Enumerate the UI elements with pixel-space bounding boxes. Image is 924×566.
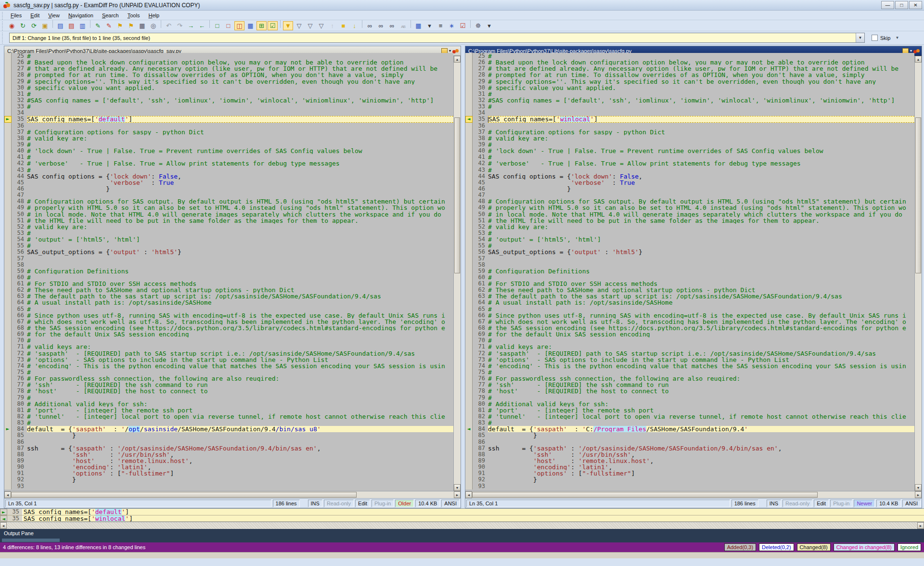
code-line[interactable]: 61# For STDIO and STDIO over SSH access … [4, 281, 453, 287]
code-line[interactable]: 93 [4, 483, 453, 489]
scroll-left-icon[interactable]: ◄ [0, 522, 7, 529]
code-line[interactable]: 73# 'options' - SAS options to include i… [4, 357, 453, 363]
bottom-diff-row[interactable]: ►35SAS_config_names=['default'] [0, 509, 924, 515]
code-line[interactable]: 71# valid keys are: [4, 344, 453, 350]
code-line[interactable]: 57 [465, 256, 914, 262]
scroll-left-icon[interactable]: ◄ [465, 491, 472, 498]
code-line[interactable]: 57 [4, 256, 453, 262]
code-line[interactable]: 55# [465, 243, 914, 249]
code-line[interactable]: 78# 'host' - [REQUIRED] the host to conn… [4, 388, 453, 394]
scroll-right-icon[interactable]: ► [915, 491, 922, 498]
code-line[interactable]: 27# that are defined already. Any necess… [465, 65, 914, 72]
code-line[interactable]: 41# [4, 154, 453, 160]
current-diff-icon[interactable]: ■ [338, 21, 348, 30]
code-line[interactable]: 39# [4, 142, 453, 148]
code-line[interactable]: 92 } [4, 476, 453, 483]
toolbar-overflow-icon[interactable]: ▼ [895, 36, 899, 40]
show-first-only-icon[interactable]: □ [212, 21, 222, 30]
copy-right-arrow-icon[interactable]: ► [0, 509, 7, 515]
view-mode-caret-icon[interactable]: ▾ [424, 21, 435, 30]
chevron-down-icon[interactable]: ▾ [449, 49, 451, 53]
scroll-up-icon[interactable]: ▲ [454, 56, 461, 63]
code-line[interactable]: 69# for the default Unix SAS session enc… [4, 331, 453, 337]
copy-to-second-icon[interactable]: → [186, 21, 196, 30]
close-button[interactable]: ✕ [909, 1, 922, 9]
save-second-icon[interactable]: ▤ [66, 21, 77, 30]
code-line[interactable]: 26# Based upon the lock_down configurati… [4, 59, 453, 65]
scrollbar-thumb[interactable] [11, 492, 357, 498]
code-line[interactable]: 29# specify options=''. This way it's sp… [4, 78, 453, 85]
menu-help[interactable]: Help [144, 11, 164, 20]
code-line[interactable]: 28# prompted for at run time. To dissall… [4, 72, 453, 78]
code-line[interactable]: 89 'host' : 'remote.linux.host', [4, 458, 453, 464]
copy-to-first-icon[interactable]: ← [197, 21, 207, 30]
code-line[interactable]: 40# 'lock_down' - True | False. True = P… [4, 148, 453, 154]
code-line[interactable]: 29# specify options=''. This way it's sp… [465, 78, 914, 85]
code-line[interactable]: 74# 'encoding' - This is the python enco… [465, 363, 914, 369]
code-line[interactable]: 37# Configuration options for saspy - py… [4, 129, 453, 135]
code-line[interactable]: 45 'verbose' : True [465, 180, 914, 186]
code-line[interactable]: 39# [465, 142, 914, 148]
code-line[interactable]: 27# that are defined already. Any necess… [4, 65, 453, 72]
current-diff-scrollbar[interactable]: ◄ ► [0, 522, 924, 529]
vertical-scrollbar-first[interactable]: ▲ ▼ [453, 56, 461, 491]
show-checked-icon[interactable]: ☑ [268, 21, 278, 30]
code-line[interactable]: 61# For STDIO and STDIO over SSH access … [465, 281, 914, 287]
code-line[interactable]: 63# The default path to the sas start up… [4, 293, 453, 299]
code-line[interactable]: 70# [4, 337, 453, 344]
code-line[interactable]: 62# These need path to SASHome and optio… [4, 287, 453, 293]
plugins-icon[interactable]: ∗ [447, 21, 457, 30]
undo-icon[interactable]: ↶ [164, 21, 174, 30]
code-line[interactable]: 67# which does not work well as utf-8. S… [4, 319, 453, 325]
sync-scroll-icon[interactable]: ⊞ [257, 21, 267, 30]
line-details-icon[interactable]: ≡ [436, 21, 446, 30]
diff-selector-combo[interactable]: Diff 1: Change 1 line (35, first file) t… [9, 33, 865, 43]
code-line[interactable]: 58 [465, 262, 914, 268]
code-line[interactable]: 31# [465, 91, 914, 97]
code-line[interactable]: 31# [4, 91, 453, 97]
code-line[interactable]: 81# 'port' - [integer] the remote ssh po… [465, 407, 914, 413]
code-line[interactable]: 82# 'tunnel' - [integer] local port to o… [465, 413, 914, 420]
code-line[interactable]: 65# [465, 306, 914, 312]
show-second-only-icon[interactable]: □ [223, 21, 233, 30]
code-line[interactable]: 91 'options' : ["-fullstimer"] [465, 470, 914, 476]
code-line[interactable]: 56SAS_output_options = {'output' : 'html… [465, 249, 914, 255]
code-line[interactable]: 50# in local mode. Note that HTML 4.0 wi… [4, 211, 453, 218]
code-line[interactable]: 68# the SAS session encoding (see https:… [465, 325, 914, 331]
code-line[interactable]: 87ssh = {'saspath' : '/opt/sasinside/SAS… [4, 445, 453, 451]
code-line[interactable]: 30# specific value you want applied. [4, 85, 453, 91]
settings-caret-icon[interactable]: ▾ [484, 21, 494, 30]
code-line[interactable]: 60# [4, 274, 453, 281]
code-line[interactable]: 41# [465, 154, 914, 160]
code-line[interactable]: 43# [4, 167, 453, 173]
vertical-scrollbar-second[interactable]: ▲ ▼ [914, 56, 922, 491]
code-line[interactable]: 32#SAS_config_names = ['default', 'ssh',… [4, 97, 453, 103]
code-line[interactable]: 83# [4, 420, 453, 426]
code-line[interactable]: 65# [4, 306, 453, 312]
code-line[interactable]: 38# valid key are: [465, 135, 914, 142]
code-line[interactable]: 33# [465, 103, 914, 110]
show-all-lines-icon[interactable]: ▽ [294, 21, 304, 30]
copy-right-arrow-icon[interactable]: ► [4, 116, 12, 122]
minimize-button[interactable]: — [881, 1, 894, 9]
code-line[interactable]: 34 [4, 110, 453, 116]
code-line[interactable]: 85 } [4, 432, 453, 438]
code-line[interactable]: 59# Configuration Definitions [4, 268, 453, 274]
scrollbar-thumb[interactable] [472, 492, 818, 498]
print-icon[interactable]: ▦ [137, 21, 147, 30]
options-icon[interactable]: ☑ [458, 21, 468, 30]
code-line[interactable]: 70# [465, 337, 914, 344]
code-line[interactable]: 62# These need path to SASHome and optio… [465, 287, 914, 293]
goto-second-file-icon[interactable]: ⚑ [126, 21, 136, 30]
scroll-right-icon[interactable]: ► [917, 522, 924, 529]
code-line[interactable]: 25# [4, 53, 453, 59]
menu-tools[interactable]: Tools [123, 11, 144, 20]
hide-matching-icon[interactable]: ▽ [316, 21, 326, 30]
code-line[interactable]: 75# [4, 369, 453, 375]
code-line[interactable]: 53# [4, 230, 453, 236]
code-line[interactable]: 74# 'encoding' - This is the python enco… [4, 363, 453, 369]
scroll-left-icon[interactable]: ◄ [4, 491, 11, 498]
chevron-down-icon[interactable]: ▾ [910, 49, 912, 53]
code-line[interactable]: 55# [4, 243, 453, 249]
code-line[interactable]: 72# 'saspath' - [REQUIRED] path to SAS s… [4, 350, 453, 357]
